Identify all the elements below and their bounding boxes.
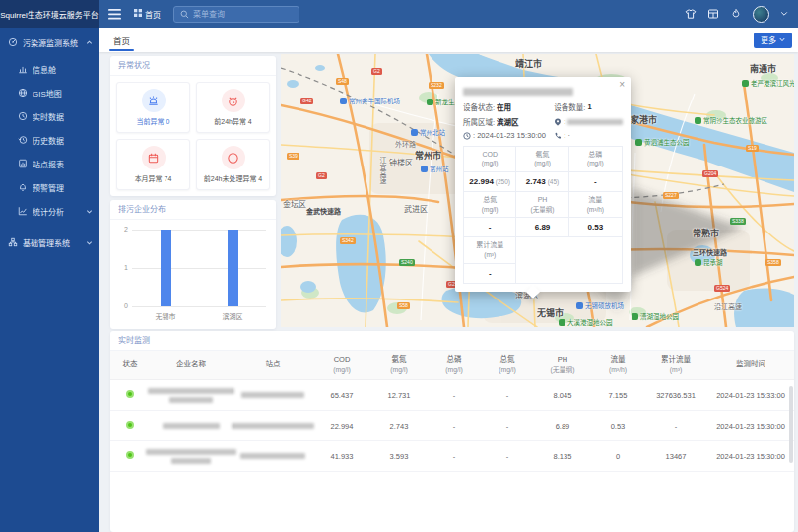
warning-circle-icon — [222, 146, 245, 169]
popup-time: : 2024-01-23 15:30:00 — [463, 131, 554, 140]
more-button[interactable]: 更多 — [754, 33, 792, 48]
sidebar-item-alert[interactable]: 预警管理 — [0, 175, 99, 199]
popup-param-value: 22.994 (250) — [464, 172, 516, 192]
popup-param-value: - — [569, 172, 622, 192]
tabbar: 首页 更多 — [99, 28, 798, 52]
popup-param-name: COD(mg/l) — [464, 147, 516, 172]
column-header: 监测时间 — [707, 351, 794, 380]
enterprise-name-redacted — [150, 441, 233, 472]
column-header: 状态 — [110, 351, 150, 380]
status-dot-green — [126, 390, 134, 398]
popup-location: : — [554, 116, 623, 127]
alarm-light-icon — [142, 89, 166, 112]
site-redacted — [233, 441, 313, 472]
bar[interactable] — [161, 230, 171, 306]
phone-icon — [554, 132, 562, 140]
report-icon — [18, 159, 28, 168]
chart-panel-title: 排污企业分布 — [110, 200, 276, 220]
column-header: PH(无量纲) — [534, 351, 591, 380]
popup-param-name: 总氮(mg/l) — [464, 192, 516, 218]
popup-param-value: 0.53 — [569, 218, 622, 237]
app-root: Squirrel生态环境云服务平台 首页 污染源监测系统信息舱 — [0, 0, 798, 532]
sidebar-item-report[interactable]: 站点报表 — [0, 152, 99, 175]
x-tick-label: 无锡市 — [136, 311, 195, 321]
popup-param-name: 氨氮(mg/l) — [516, 147, 568, 172]
table-row[interactable]: 22.9942.743--6.890.53-2024-01-23 15:30:0… — [110, 411, 794, 441]
monitor-table-body: 65.43712.731--8.0457.155327636.5312024-0… — [110, 380, 794, 472]
column-header: 氨氮(mg/l) — [370, 351, 428, 380]
status-card[interactable]: 本月异常 74 — [116, 139, 190, 190]
sidebar-item-history[interactable]: 历史数据 — [0, 128, 99, 152]
sidebar-item-info-dashboard[interactable]: 信息舱 — [0, 57, 99, 81]
chevron-down-icon — [779, 37, 785, 42]
popup-device-count: 设备数量:1 — [554, 101, 623, 112]
popup-param-name: 流量(m³/h) — [569, 192, 622, 218]
column-header: 流量(m³/h) — [591, 351, 644, 380]
sidebar-group-base[interactable]: 基础管理系统 — [0, 228, 99, 257]
gis-map-icon — [18, 88, 28, 98]
info-dashboard-icon — [18, 64, 28, 74]
status-card[interactable]: 当前异常 0 — [116, 82, 190, 133]
popup-param-value: - — [464, 218, 516, 237]
chart-panel: 排污企业分布 012无锡市滨湖区 — [110, 200, 276, 329]
topbar: Squirrel生态环境云服务平台 首页 — [0, 0, 798, 28]
sidebar-item-realtime[interactable]: 实时数据 — [0, 104, 99, 128]
monitor-panel: 实时监测 状态企业名称站点COD(mg/l)氨氮(mg/l)总磷(mg/l)总氮… — [110, 331, 794, 532]
menu-search[interactable] — [173, 6, 299, 23]
status-panel-title: 异常状况 — [110, 56, 276, 76]
calendar-icon — [142, 146, 166, 169]
monitor-table: 状态企业名称站点COD(mg/l)氨氮(mg/l)总磷(mg/l)总氮(mg/l… — [110, 351, 794, 472]
status-card[interactable]: 前24h异常 4 — [196, 82, 270, 133]
location-icon — [554, 118, 562, 126]
stats-icon — [18, 206, 28, 216]
map[interactable]: G42S48G2S232S338G346S19S229G2S39S342S240… — [281, 54, 794, 327]
user-chevron-down-icon[interactable] — [780, 11, 788, 17]
bar[interactable] — [228, 230, 238, 306]
flame-icon[interactable] — [730, 8, 742, 20]
sidebar-group-pollution[interactable]: 污染源监测系统 — [0, 28, 99, 57]
sidebar-item-gis-map[interactable]: GIS地图 — [0, 81, 99, 104]
table-row[interactable]: 65.43712.731--8.0457.155327636.5312024-0… — [110, 380, 794, 411]
bar-chart-plot: 012无锡市滨湖区 — [132, 230, 266, 306]
popup-close-button[interactable]: × — [619, 80, 625, 90]
topbar-actions — [685, 6, 788, 23]
column-header: 站点 — [233, 351, 313, 380]
popup-region: 所属区域:滨湖区 — [463, 116, 554, 127]
popup-param-name: 累计流量(m³) — [464, 237, 515, 263]
sidebar-menu: 污染源监测系统信息舱GIS地图实时数据历史数据站点报表预警管理统计分析基础管理系… — [0, 28, 99, 257]
monitor-title: 实时监测 — [110, 331, 794, 351]
enterprise-name-redacted — [150, 380, 233, 411]
hamburger-icon[interactable] — [108, 9, 121, 20]
layout-panels-icon[interactable] — [707, 8, 719, 20]
popup-fields: 设备状态:在用 设备数量:1 所属区域:滨湖区 : : 2024-01-23 1… — [463, 101, 623, 140]
avatar[interactable] — [753, 6, 769, 23]
left-column: 异常状况 当前异常 0前24h异常 4本月异常 74前24h未处理异常 4 排污… — [110, 56, 276, 329]
popup-table: COD(mg/l)氨氮(mg/l)总磷(mg/l)22.994 (250)2.7… — [464, 147, 622, 237]
map-popup: × 设备状态:在用 设备数量:1 所属区域:滨湖区 : : 2024-01-23… — [455, 77, 631, 292]
bar-chart: 012无锡市滨湖区 — [132, 230, 266, 324]
popup-phone: : · — [554, 131, 623, 140]
monitor-table-head: 状态企业名称站点COD(mg/l)氨氮(mg/l)总磷(mg/l)总氮(mg/l… — [110, 351, 794, 380]
radar-icon — [8, 37, 18, 47]
popup-title-redacted — [463, 88, 573, 96]
sidebar-item-stats[interactable]: 统计分析 — [0, 199, 99, 223]
search-input[interactable] — [193, 10, 293, 19]
table-scrollbar[interactable] — [789, 386, 793, 463]
status-card[interactable]: 前24h未处理异常 4 — [196, 139, 270, 190]
popup-param-name: PH(无量纲) — [516, 192, 568, 218]
theme-shirt-icon[interactable] — [685, 8, 697, 20]
popup-address-redacted — [567, 119, 623, 125]
logo-text: Squirrel生态环境云服务平台 — [0, 0, 99, 28]
alert-icon — [18, 182, 28, 192]
x-tick-label: 滨湖区 — [203, 311, 262, 321]
breadcrumb[interactable]: 首页 — [134, 9, 161, 20]
popup-values: COD(mg/l)氨氮(mg/l)总磷(mg/l)22.994 (250)2.7… — [463, 146, 623, 284]
tab-home[interactable]: 首页 — [104, 28, 139, 52]
history-icon — [18, 135, 28, 145]
column-header: 总氮(mg/l) — [481, 351, 534, 380]
table-row[interactable]: 41.9333.593--8.1350134672024-01-23 15:30… — [110, 441, 794, 472]
status-dot-green — [126, 421, 134, 429]
base-icon — [8, 237, 18, 247]
topbar-main: 首页 — [99, 0, 798, 28]
site-redacted — [233, 380, 313, 411]
